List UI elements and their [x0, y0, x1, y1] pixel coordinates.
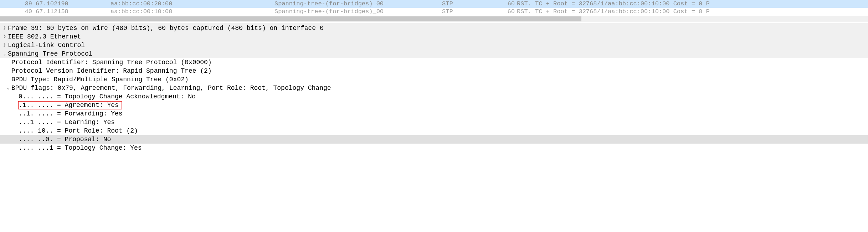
chevron-down-icon[interactable]: ⌄: [5, 84, 11, 92]
tree-label: BPDU Type: Rapid/Multiple Spanning Tree …: [1, 75, 189, 84]
tree-label: Logical-Link Control: [8, 41, 85, 50]
tree-stp[interactable]: ⌄ Spanning Tree Protocol: [0, 50, 868, 58]
highlight-box: .1.. .... = Agreement: Yes: [18, 101, 122, 109]
packet-list[interactable]: 39 67.102190 aa:bb:cc:00:20:00 Spanning-…: [0, 0, 868, 16]
tree-label: ...1 .... = Learning: Yes: [1, 118, 115, 127]
scrollbar-thumb[interactable]: [0, 16, 581, 21]
flag-proposal[interactable]: .... ..0. = Proposal: No: [0, 135, 868, 144]
col-no: 40: [0, 8, 36, 16]
tree-label: Spanning Tree Protocol: [8, 50, 93, 58]
chevron-right-icon[interactable]: ❯: [1, 41, 8, 50]
flag-forwarding[interactable]: ..1. .... = Forwarding: Yes: [0, 109, 868, 118]
flag-topology-change[interactable]: .... ...1 = Topology Change: Yes: [0, 144, 868, 152]
tree-label: Frame 39: 60 bytes on wire (480 bits), 6…: [8, 24, 324, 32]
chevron-right-icon[interactable]: ❯: [1, 24, 8, 32]
flag-agreement[interactable]: .1.. .... = Agreement: Yes: [0, 101, 868, 109]
tree-proto-id[interactable]: Protocol Identifier: Spanning Tree Proto…: [0, 58, 868, 67]
tree-label: 0... .... = Topology Change Acknowledgme…: [1, 92, 196, 101]
col-info: RST. TC + Root = 32768/1/aa:bb:cc:00:10:…: [517, 0, 868, 8]
col-source: aa:bb:cc:00:20:00: [111, 0, 274, 8]
flag-port-role[interactable]: .... 10.. = Port Role: Root (2): [0, 127, 868, 135]
col-protocol: STP: [442, 8, 499, 16]
tree-label: .... ...1 = Topology Change: Yes: [1, 144, 142, 152]
horizontal-scrollbar[interactable]: [0, 16, 868, 22]
tree-label: .... 10.. = Port Role: Root (2): [1, 127, 138, 135]
col-length: 60: [499, 0, 517, 8]
tree-frame[interactable]: ❯ Frame 39: 60 bytes on wire (480 bits),…: [0, 24, 868, 32]
tree-bpdu-flags[interactable]: ⌄ BPDU flags: 0x79, Agreement, Forwardin…: [0, 84, 868, 92]
packet-row[interactable]: 40 67.112158 aa:bb:cc:00:10:00 Spanning-…: [0, 8, 868, 16]
tree-label: .1.. .... = Agreement: Yes: [19, 101, 119, 109]
col-length: 60: [499, 8, 517, 16]
tree-label: IEEE 802.3 Ethernet: [8, 32, 81, 41]
packet-details-tree[interactable]: ❯ Frame 39: 60 bytes on wire (480 bits),…: [0, 24, 868, 152]
col-source: aa:bb:cc:00:10:00: [111, 8, 274, 16]
col-time: 67.102190: [36, 0, 111, 8]
tree-label: BPDU flags: 0x79, Agreement, Forwarding,…: [11, 84, 331, 92]
col-protocol: STP: [442, 0, 499, 8]
tree-llc[interactable]: ❯ Logical-Link Control: [0, 41, 868, 50]
flag-tca[interactable]: 0... .... = Topology Change Acknowledgme…: [0, 92, 868, 101]
packet-row[interactable]: 39 67.102190 aa:bb:cc:00:20:00 Spanning-…: [0, 0, 868, 8]
tree-label: Protocol Identifier: Spanning Tree Proto…: [1, 58, 212, 67]
tree-bpdu-type[interactable]: BPDU Type: Rapid/Multiple Spanning Tree …: [0, 75, 868, 84]
tree-label: ..1. .... = Forwarding: Yes: [1, 109, 123, 118]
chevron-down-icon[interactable]: ⌄: [1, 50, 8, 58]
tree-version-id[interactable]: Protocol Version Identifier: Rapid Spann…: [0, 67, 868, 75]
col-no: 39: [0, 0, 36, 8]
col-time: 67.112158: [36, 8, 111, 16]
col-dest: Spanning-tree-(for-bridges)_00: [274, 0, 442, 8]
chevron-right-icon[interactable]: ❯: [1, 32, 8, 41]
tree-label: .... ..0. = Proposal: No: [1, 135, 111, 144]
flag-learning[interactable]: ...1 .... = Learning: Yes: [0, 118, 868, 127]
tree-label: Protocol Version Identifier: Rapid Spann…: [1, 67, 212, 75]
col-info: RST. TC + Root = 32768/1/aa:bb:cc:00:10:…: [517, 8, 868, 16]
tree-ieee[interactable]: ❯ IEEE 802.3 Ethernet: [0, 32, 868, 41]
col-dest: Spanning-tree-(for-bridges)_00: [274, 8, 442, 16]
